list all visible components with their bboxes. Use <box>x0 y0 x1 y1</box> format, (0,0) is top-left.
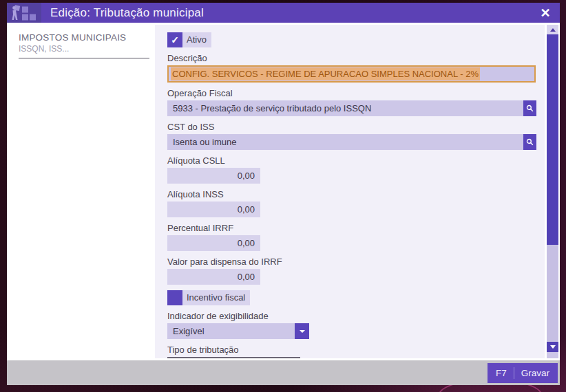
sidebar-item-title: IMPOSTOS MUNICIPAIS <box>19 32 149 43</box>
person-carrying-boxes-logo-icon <box>11 5 37 21</box>
aliquota-csll-label: Alíquota CSLL <box>167 155 545 166</box>
chevron-down-icon <box>300 330 305 333</box>
titlebar: Edição: Tributação municipal ✕ <box>7 3 560 23</box>
incentivo-fiscal-checkbox-row: Incentivo fiscal <box>167 290 545 305</box>
aliquota-inss-label: Alíquota INSS <box>167 189 545 200</box>
percentual-irrf-input[interactable]: 0,00 <box>167 235 260 251</box>
tipo-tributacao-label: Tipo de tributação <box>167 345 545 356</box>
ativo-checkbox-row: ✓ Ativo <box>167 32 545 47</box>
cst-iss-label: CST do ISS <box>167 122 545 133</box>
clipped-next-field <box>167 357 300 358</box>
dropdown-button[interactable] <box>295 323 309 339</box>
cst-iss-input[interactable]: Isenta ou imune <box>167 134 523 150</box>
aliquota-csll-input[interactable]: 0,00 <box>167 168 260 184</box>
percentual-irrf-group: Percentual IRRF 0,00 <box>167 223 545 251</box>
scrollbar-thumb[interactable] <box>547 34 558 245</box>
form-panel: ✓ Ativo Descrição CONFIG. SERVICOS - REG… <box>155 25 545 358</box>
dialog-title: Edição: Tributação municipal <box>50 6 204 20</box>
cst-iss-group: CST do ISS Isenta ou imune <box>167 122 545 150</box>
arrow-up-icon <box>550 28 556 32</box>
tipo-tributacao-group: Tipo de tributação <box>167 345 545 358</box>
operacao-fiscal-group: Operação Fiscal 5933 - Prestação de serv… <box>167 88 545 116</box>
operacao-fiscal-search-button[interactable] <box>523 100 536 116</box>
dialog-body: IMPOSTOS MUNICIPAIS ISSQN, ISS... ✓ Ativ… <box>7 23 560 360</box>
scrollbar-track[interactable] <box>547 245 558 342</box>
search-icon <box>526 138 534 146</box>
search-icon <box>526 105 534 112</box>
valor-dispensa-irrf-group: Valor para dispensa do IRRF 0,00 <box>167 257 545 285</box>
descricao-input[interactable]: CONFIG. SERVICOS - REGIME DE APURACAO SI… <box>167 65 536 83</box>
gravar-shortcut: F7 <box>496 368 507 378</box>
app-logo-segment <box>7 3 41 23</box>
scrollbar-track-end <box>547 352 558 358</box>
indicador-exigibilidade-value: Exigível <box>167 323 295 339</box>
ativo-label: Ativo <box>182 32 211 47</box>
incentivo-fiscal-label: Incentivo fiscal <box>182 290 250 305</box>
descricao-group: Descrição CONFIG. SERVICOS - REGIME DE A… <box>167 53 545 83</box>
gravar-button[interactable]: F7 Gravar <box>488 363 558 383</box>
incentivo-fiscal-checkbox[interactable] <box>167 290 182 305</box>
sidebar: IMPOSTOS MUNICIPAIS ISSQN, ISS... <box>7 23 155 360</box>
cst-iss-search-button[interactable] <box>523 134 536 150</box>
indicador-exigibilidade-dropdown[interactable]: Exigível <box>167 323 309 339</box>
ativo-checkbox[interactable]: ✓ <box>167 32 182 47</box>
vertical-scrollbar[interactable] <box>547 25 558 358</box>
scroll-down-button[interactable] <box>547 342 558 352</box>
edit-dialog-window: Edição: Tributação municipal ✕ IMPOSTOS … <box>7 3 560 385</box>
aliquota-inss-input[interactable]: 0,00 <box>167 202 260 217</box>
desktop-background: { "titlebar": { "title": "Edição: Tribut… <box>0 0 566 392</box>
valor-dispensa-irrf-input[interactable]: 0,00 <box>167 269 260 285</box>
aliquota-inss-group: Alíquota INSS 0,00 <box>167 189 545 217</box>
gravar-label: Gravar <box>521 368 549 378</box>
footer-bar: F7 Gravar <box>7 360 560 385</box>
scroll-up-button[interactable] <box>547 25 558 34</box>
indicador-exigibilidade-group: Indicador de exigibilidade Exigível <box>167 311 545 339</box>
sidebar-item-impostos-municipais[interactable]: IMPOSTOS MUNICIPAIS ISSQN, ISS... <box>19 32 149 58</box>
check-icon: ✓ <box>171 34 179 45</box>
button-separator <box>514 367 514 379</box>
arrow-down-icon <box>550 345 556 349</box>
percentual-irrf-label: Percentual IRRF <box>167 223 545 234</box>
descricao-selected-text: CONFIG. SERVICOS - REGIME DE APURACAO SI… <box>171 67 480 80</box>
descricao-label: Descrição <box>167 53 545 64</box>
operacao-fiscal-input[interactable]: 5933 - Prestação de serviço tributado pe… <box>167 100 523 116</box>
operacao-fiscal-label: Operação Fiscal <box>167 88 545 99</box>
aliquota-csll-group: Alíquota CSLL 0,00 <box>167 155 545 184</box>
indicador-exigibilidade-label: Indicador de exigibilidade <box>167 311 545 322</box>
sidebar-item-subtitle: ISSQN, ISS... <box>19 44 149 54</box>
valor-dispensa-irrf-label: Valor para dispensa do IRRF <box>167 257 545 268</box>
close-icon[interactable]: ✕ <box>536 4 554 22</box>
